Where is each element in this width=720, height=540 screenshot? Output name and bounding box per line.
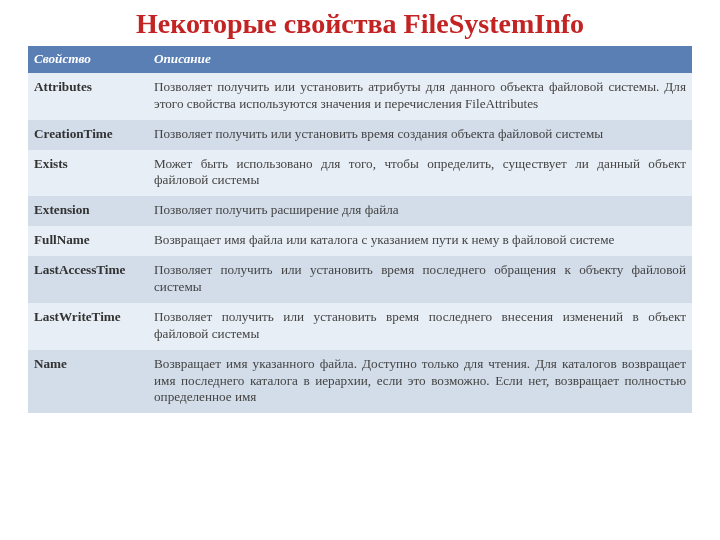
table-row: Exists Может быть использовано для того,… — [28, 150, 692, 197]
cell-property: Name — [28, 350, 148, 414]
table-header-row: Свойство Описание — [28, 46, 692, 73]
cell-description: Возвращает имя файла или каталога с указ… — [148, 226, 692, 256]
page-title: Некоторые свойства FileSystemInfo — [28, 8, 692, 40]
table-row: LastWriteTime Позволяет получить или уст… — [28, 303, 692, 350]
cell-description: Может быть использовано для того, чтобы … — [148, 150, 692, 197]
slide: Некоторые свойства FileSystemInfo Свойст… — [0, 0, 720, 540]
cell-property: LastWriteTime — [28, 303, 148, 350]
cell-description: Позволяет получить расширение для файла — [148, 196, 692, 226]
table-row: Name Возвращает имя указанного файла. До… — [28, 350, 692, 414]
table-row: FullName Возвращает имя файла или катало… — [28, 226, 692, 256]
cell-description: Позволяет получить или установить атрибу… — [148, 73, 692, 120]
header-property: Свойство — [28, 46, 148, 73]
table-row: Attributes Позволяет получить или устано… — [28, 73, 692, 120]
table-row: LastAccessTime Позволяет получить или ус… — [28, 256, 692, 303]
table-row: Extension Позволяет получить расширение … — [28, 196, 692, 226]
header-description: Описание — [148, 46, 692, 73]
cell-description: Возвращает имя указанного файла. Доступн… — [148, 350, 692, 414]
cell-description: Позволяет получить или установить время … — [148, 120, 692, 150]
cell-property: FullName — [28, 226, 148, 256]
cell-property: LastAccessTime — [28, 256, 148, 303]
cell-property: CreationTime — [28, 120, 148, 150]
table-row: CreationTime Позволяет получить или уста… — [28, 120, 692, 150]
cell-property: Extension — [28, 196, 148, 226]
cell-description: Позволяет получить или установить время … — [148, 256, 692, 303]
cell-property: Exists — [28, 150, 148, 197]
cell-property: Attributes — [28, 73, 148, 120]
cell-description: Позволяет получить или установить время … — [148, 303, 692, 350]
properties-table: Свойство Описание Attributes Позволяет п… — [28, 46, 692, 413]
